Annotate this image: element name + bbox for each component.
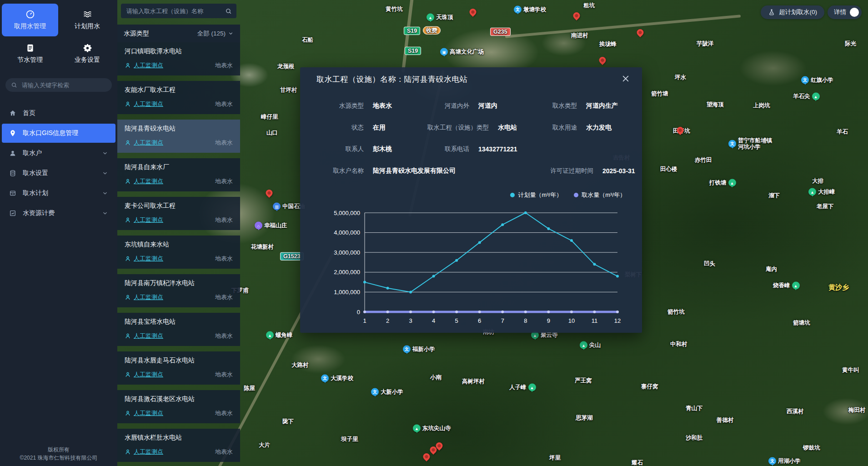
map-label: 黄竹坑: [386, 6, 403, 12]
water-source-type: 地表水: [215, 371, 233, 379]
module-tile-0[interactable]: 取用水管理: [2, 4, 58, 36]
sidebar-item-2[interactable]: 取水户: [2, 144, 115, 163]
detail-toggle-label: 详情: [834, 8, 846, 16]
monitor-type-link[interactable]: 人工监测点: [134, 293, 163, 301]
filter-label: 水源类型: [124, 30, 149, 38]
module-tile-3[interactable]: 业务设置: [59, 37, 115, 70]
station-search-input[interactable]: [125, 7, 225, 15]
map-label-text: 思茅湖: [576, 415, 593, 421]
legend-item[interactable]: 计划量（m³/年）: [510, 191, 562, 199]
station-list-item[interactable]: 水唇镇水栏肚水电站人工监测点地表水: [117, 429, 240, 462]
map-label-text: 赤竹田: [695, 157, 712, 163]
over-plan-withdrawal-badge[interactable]: 超计划取水(0): [761, 5, 824, 19]
toggle-knob-icon[interactable]: [850, 8, 859, 17]
school-icon: 文: [403, 346, 411, 353]
map-label: 望海顶: [707, 101, 724, 108]
station-list-item[interactable]: 河口镇唱歌潭水电站人工监测点地表水: [117, 42, 240, 75]
sidebar-item-5[interactable]: 水资源计费: [2, 204, 115, 223]
map-label: 文大新小学: [371, 388, 403, 396]
station-list-item[interactable]: 陆河县自来水厂人工监测点地表水: [117, 158, 240, 191]
module-tiles: 取用水管理计划用水节水管理业务设置: [0, 0, 117, 70]
sidebar-search[interactable]: [5, 78, 112, 92]
map-label-text: 红旗小学: [811, 77, 833, 83]
map-label: S19: [404, 27, 420, 35]
intake-pin-icon[interactable]: [468, 7, 477, 17]
map-label-text: 严王窝: [575, 377, 592, 384]
filter-value-dropdown[interactable]: 全部 (125): [197, 30, 234, 38]
svg-text:10: 10: [568, 317, 575, 324]
map-label: ▲螺角嶂: [266, 331, 293, 339]
station-list-item[interactable]: 友能水厂取水工程人工监测点地表水: [117, 81, 240, 114]
field-value: 河道内: [478, 102, 497, 110]
monitor-type-link[interactable]: 人工监测点: [134, 61, 163, 70]
field-value: 河道内生产: [586, 102, 618, 110]
module-tile-2[interactable]: 节水管理: [2, 37, 58, 70]
module-tile-1[interactable]: 计划用水: [59, 4, 115, 36]
detail-toggle[interactable]: 详情: [828, 5, 862, 19]
chevron-down-icon: [228, 30, 234, 36]
sidebar-item-4[interactable]: 取水计划: [2, 184, 115, 203]
intake-pin-icon[interactable]: [597, 55, 607, 65]
field-label: 取水工程（设施）类型: [427, 124, 489, 132]
map-label-text: 坪里: [549, 455, 561, 461]
monitor-type-link[interactable]: 人工监测点: [134, 100, 163, 108]
map-label-text: 耀石: [632, 460, 643, 466]
station-list-item[interactable]: 陆河县激石溪老区水电站人工监测点地表水: [117, 390, 240, 423]
map-label-text: 天珠顶: [436, 14, 453, 20]
intake-pin-icon[interactable]: [572, 11, 581, 20]
map-label: 文红旗小学: [801, 76, 833, 84]
map-label: 锣鼓坑: [803, 445, 820, 451]
map-label: 石船: [302, 37, 313, 43]
station-list-item[interactable]: 东坑镇自来水站人工监测点地表水: [117, 236, 240, 269]
map-label-text: 青山下: [686, 405, 703, 411]
legend-item[interactable]: 取水量（m³/年）: [574, 191, 626, 199]
svg-text:11: 11: [592, 317, 598, 324]
station-list-item[interactable]: 麦卡公司取水工程人工监测点地表水: [117, 197, 240, 230]
sidebar-item-3[interactable]: 取水设置: [2, 164, 115, 183]
intake-pin-icon[interactable]: [635, 28, 645, 37]
station-name: 陆河县南万镇杞洋水电站: [125, 279, 233, 287]
map-label-text: 望海顶: [707, 101, 724, 108]
monitor-type-link[interactable]: 人工监测点: [134, 409, 163, 417]
sidebar-item-1[interactable]: 取水口GIS信息管理: [2, 124, 115, 143]
field-label: 取水类型: [540, 102, 577, 110]
monitor-type-link[interactable]: 人工监测点: [134, 371, 163, 379]
map-label: ▲东坑尖山寺: [413, 425, 451, 432]
person-icon: [125, 101, 131, 107]
station-list-item[interactable]: 陆河县宝塔水电站人工监测点地表水: [117, 313, 240, 346]
sidebar-item-0[interactable]: 首页: [2, 104, 115, 123]
map-label: 文用湖小学: [768, 457, 801, 465]
map-label: 高树坪村: [462, 378, 485, 385]
intake-pin-icon[interactable]: [264, 188, 274, 198]
map-label-text: 箭塘坑: [793, 320, 810, 326]
field-row: 状态在用取水工程（设施）类型水电站取水用途水力发电: [318, 124, 630, 134]
station-list-item[interactable]: 陆河县南万镇杞洋水电站人工监测点地表水: [117, 274, 240, 307]
search-icon[interactable]: [225, 8, 232, 15]
map-label-text: 梅田村: [848, 407, 866, 413]
map-label-text: 粗坑: [583, 2, 595, 9]
person-icon: [125, 217, 131, 223]
monitor-type-link[interactable]: 人工监测点: [134, 177, 163, 185]
station-search[interactable]: [121, 4, 236, 18]
station-list-item[interactable]: 陆河县青砓水电站人工监测点地表水: [117, 120, 240, 153]
legend-label: 取水量（m³/年）: [582, 191, 626, 199]
station-name: 东坑镇自来水站: [125, 241, 233, 249]
monitor-type-link[interactable]: 人工监测点: [134, 448, 163, 456]
svg-text:12: 12: [614, 317, 621, 324]
map-label-text: 高塘文化广场: [450, 49, 484, 55]
station-name: 麦卡公司取水工程: [125, 202, 233, 210]
map-label-text: 陇下: [282, 418, 294, 425]
field-label: 许可证过期时间: [509, 167, 593, 175]
sidebar-item-label: 取水户: [23, 149, 42, 157]
sidebar: 取用水管理计划用水节水管理业务设置 首页取水口GIS信息管理取水户取水设置取水计…: [0, 0, 117, 466]
monitor-type-link[interactable]: 人工监测点: [134, 255, 163, 263]
intake-pin-icon[interactable]: [421, 452, 431, 461]
monitor-type-link[interactable]: 人工监测点: [134, 332, 163, 340]
monitor-type-link[interactable]: 人工监测点: [134, 216, 163, 224]
station-list-item[interactable]: 陆河县水唇走马石水电站人工监测点地表水: [117, 351, 240, 385]
monitor-type-link[interactable]: 人工监测点: [134, 139, 163, 147]
svg-text:8: 8: [524, 317, 527, 324]
map-label-text: 上岗坑: [753, 102, 770, 109]
close-icon[interactable]: [621, 74, 630, 83]
sidebar-search-input[interactable]: [21, 81, 106, 89]
